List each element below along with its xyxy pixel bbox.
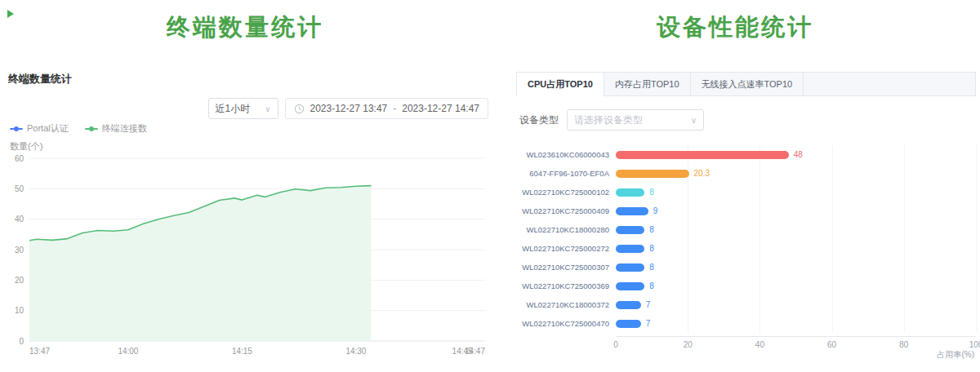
bar-value-label: 8 — [649, 244, 654, 254]
x-axis-tick: 0 — [613, 340, 618, 349]
value-bar — [616, 320, 641, 328]
svg-text:40: 40 — [15, 215, 24, 224]
bar-row: WL022710KC7250003078 — [516, 258, 976, 277]
x-axis-ticks: 020406080100 — [616, 336, 976, 348]
date-separator: - — [393, 103, 396, 114]
date-start: 2023-12-27 13:47 — [310, 103, 388, 114]
device-name-label: WL022710KC725000272 — [516, 244, 616, 253]
bar-row: WL022710KC7250002728 — [516, 239, 976, 258]
bar-value-label: 8 — [649, 225, 654, 235]
bar-value-label: 9 — [653, 206, 658, 216]
value-bar — [616, 301, 641, 309]
legend-line-dot-icon — [10, 128, 23, 130]
bar-row: WL022710KC180002808 — [516, 220, 976, 239]
device-name-label: WL022710KC725000102 — [516, 188, 616, 197]
bar-value-label: 8 — [649, 188, 654, 197]
svg-text:14:47: 14:47 — [465, 347, 485, 356]
device-name-label: WL022710KC725000369 — [516, 281, 616, 290]
bar-value-label: 8 — [649, 281, 654, 291]
svg-text:13:47: 13:47 — [29, 347, 50, 356]
legend-item-portal[interactable]: Portal认证 — [10, 122, 69, 135]
x-axis-tick: 100 — [969, 340, 980, 349]
bar-rows: WL023610KC06000043486047-FF96-1070-EF0A2… — [516, 145, 976, 333]
value-bar — [616, 170, 689, 178]
bar-row: WL022710KC7250001028 — [516, 183, 976, 202]
svg-text:30: 30 — [15, 246, 24, 255]
value-bar — [616, 282, 644, 290]
value-bar — [616, 245, 644, 253]
legend-label: 终端连接数 — [102, 122, 147, 135]
device-name-label: 6047-FF96-1070-EF0A — [516, 169, 616, 178]
time-range-value: 近1小时 — [216, 102, 251, 116]
bar-row: WL022710KC7250004099 — [516, 202, 976, 220]
legend-item-terminal-connections[interactable]: 终端连接数 — [85, 122, 147, 135]
right-section-title: 设备性能统计 — [490, 11, 980, 44]
value-bar — [616, 151, 789, 159]
chart-legend: Portal认证 终端连接数 — [10, 122, 147, 135]
device-type-filter: 设备类型 请选择设备类型 ∨ — [516, 109, 976, 131]
device-name-label: WL022710KC18000372 — [516, 300, 616, 309]
bar-row: 6047-FF96-1070-EF0A20.3 — [516, 164, 976, 183]
chart-controls: 近1小时 ∨ 2023-12-27 13:47 - 2023-12-27 14:… — [208, 98, 489, 119]
chevron-down-icon: ∨ — [265, 104, 270, 113]
performance-tabs: CPU占用TOP10 内存占用TOP10 无线接入点速率TOP10 — [516, 72, 976, 96]
device-performance-panel: CPU占用TOP10 内存占用TOP10 无线接入点速率TOP10 设备类型 请… — [516, 72, 976, 361]
tab-ap-rate-top10[interactable]: 无线接入点速率TOP10 — [691, 73, 804, 95]
value-bar — [616, 264, 644, 272]
device-name-label: WL022710KC18000280 — [516, 225, 616, 234]
value-bar — [616, 188, 644, 197]
x-axis-tick: 40 — [755, 340, 764, 349]
cpu-top10-bar-chart: WL023610KC06000043486047-FF96-1070-EF0A2… — [516, 145, 976, 361]
device-type-placeholder: 请选择设备类型 — [574, 113, 643, 127]
device-type-select[interactable]: 请选择设备类型 ∨ — [567, 109, 704, 131]
bar-value-label: 20.3 — [694, 169, 710, 179]
bar-value-label: 8 — [649, 263, 654, 272]
x-axis-tick: 20 — [684, 340, 693, 349]
x-axis-tick: 80 — [899, 340, 908, 349]
svg-text:20: 20 — [15, 276, 24, 285]
svg-text:0: 0 — [19, 337, 24, 346]
bar-value-label: 48 — [794, 150, 803, 160]
x-axis-title: 占用率(%) — [516, 349, 976, 361]
chevron-down-icon: ∨ — [691, 116, 697, 125]
bar-row: WL022710KC180003727 — [516, 295, 976, 314]
date-range-picker[interactable]: 2023-12-27 13:47 - 2023-12-27 14:47 — [285, 98, 489, 119]
x-axis: 020406080100 — [516, 336, 976, 348]
device-type-label: 设备类型 — [519, 113, 559, 127]
terminal-count-panel: 终端数量统计 近1小时 ∨ 2023-12-27 13:47 - 2023-12… — [8, 72, 490, 365]
value-bar — [616, 207, 648, 215]
value-bar — [616, 226, 644, 234]
clock-icon — [294, 104, 305, 114]
tab-cpu-top10[interactable]: CPU占用TOP10 — [517, 73, 604, 96]
bar-row: WL022710KC7250003698 — [516, 277, 976, 295]
svg-text:14:15: 14:15 — [232, 347, 252, 356]
terminal-count-line-chart: 010203040506013:4714:0014:1514:3014:4514… — [8, 150, 490, 364]
left-section-title: 终端数量统计 — [0, 11, 490, 44]
svg-text:14:00: 14:00 — [118, 347, 138, 356]
device-name-label: WL022710KC725000470 — [516, 319, 616, 328]
bar-value-label: 7 — [646, 300, 651, 310]
x-axis-tick: 60 — [827, 340, 836, 349]
device-name-label: WL023610KC06000043 — [516, 150, 616, 159]
dashboard: 终端数量统计 设备性能统计 终端数量统计 近1小时 ∨ 2023-12-27 1… — [0, 0, 980, 372]
svg-text:60: 60 — [15, 154, 24, 163]
device-name-label: WL022710KC725000409 — [516, 206, 616, 215]
time-range-select[interactable]: 近1小时 ∨ — [208, 98, 278, 119]
date-end: 2023-12-27 14:47 — [402, 103, 479, 114]
bar-row: WL022710KC7250004707 — [516, 314, 976, 333]
device-name-label: WL022710KC725000307 — [516, 263, 616, 272]
bar-row: WL023610KC0600004348 — [516, 145, 976, 164]
tab-memory-top10[interactable]: 内存占用TOP10 — [604, 73, 691, 95]
terminal-count-panel-title: 终端数量统计 — [8, 72, 490, 86]
svg-text:10: 10 — [15, 306, 24, 315]
svg-text:14:30: 14:30 — [345, 347, 366, 356]
bar-value-label: 7 — [646, 319, 651, 329]
legend-label: Portal认证 — [27, 122, 69, 135]
svg-text:50: 50 — [15, 184, 24, 193]
legend-line-dot-icon — [85, 128, 98, 130]
